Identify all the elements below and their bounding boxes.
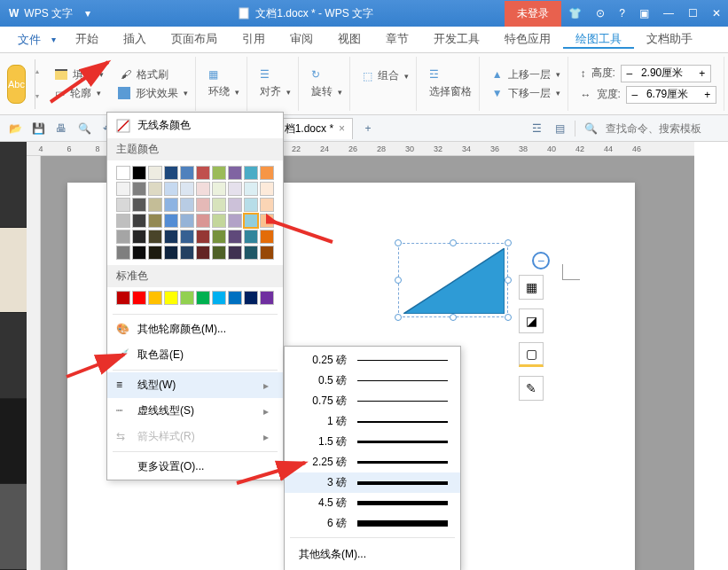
color-swatch[interactable] xyxy=(180,198,194,212)
weight-option[interactable]: 3 磅 xyxy=(285,472,460,493)
width-plus-button[interactable]: + xyxy=(700,87,716,103)
chevron-down-icon[interactable]: ▾ xyxy=(99,70,104,79)
no-line-item[interactable]: 无线条颜色 xyxy=(107,113,283,138)
color-swatch[interactable] xyxy=(212,230,226,244)
search-input[interactable] xyxy=(606,122,721,135)
weight-option[interactable]: 0.25 磅 xyxy=(285,350,460,371)
skin-icon[interactable]: 👕 xyxy=(561,7,589,20)
weight-option[interactable]: 0.75 磅 xyxy=(285,391,460,411)
color-swatch[interactable] xyxy=(148,291,162,305)
new-tab-button[interactable]: + xyxy=(360,121,376,137)
color-swatch[interactable] xyxy=(148,230,162,244)
chevron-down-icon[interactable]: ▾ xyxy=(35,92,39,100)
color-swatch[interactable] xyxy=(196,291,210,305)
width-input[interactable] xyxy=(643,87,700,103)
color-swatch[interactable] xyxy=(132,198,146,212)
color-swatch[interactable] xyxy=(116,198,130,212)
shape-outline-tool-icon[interactable]: ▢ xyxy=(519,342,544,367)
collapse-float-icon[interactable]: − xyxy=(532,252,550,269)
help-icon[interactable]: ? xyxy=(612,7,632,20)
eyedropper-item[interactable]: 💉 取色器(E) xyxy=(107,342,283,368)
file-menu-dropdown-icon[interactable]: ▾ xyxy=(51,35,56,44)
color-swatch[interactable] xyxy=(132,214,146,228)
color-swatch[interactable] xyxy=(116,291,130,305)
color-swatch[interactable] xyxy=(116,166,130,180)
color-swatch[interactable] xyxy=(132,230,146,244)
open-icon[interactable]: 📂 xyxy=(7,121,23,137)
color-swatch[interactable] xyxy=(260,214,274,228)
color-swatch[interactable] xyxy=(260,166,274,180)
close-icon[interactable]: ✕ xyxy=(705,7,728,20)
arrows-item[interactable]: ⇆ 箭头样式(R) ▸ xyxy=(107,424,283,449)
minimize-icon[interactable]: — xyxy=(656,7,681,20)
format-painter-label[interactable]: 格式刷 xyxy=(137,67,168,82)
compact-icon[interactable]: ▣ xyxy=(632,7,656,20)
app-menu-dropdown-icon[interactable]: ▾ xyxy=(78,7,98,20)
shape-effects-tool-icon[interactable]: ✎ xyxy=(519,376,544,401)
weight-option[interactable]: 4.5 磅 xyxy=(285,493,460,513)
color-swatch[interactable] xyxy=(244,198,258,212)
menu-tab-0[interactable]: 开始 xyxy=(63,31,111,49)
color-swatch[interactable] xyxy=(180,230,194,244)
color-swatch[interactable] xyxy=(260,182,274,196)
shape-fx-label[interactable]: 形状效果 xyxy=(136,86,178,101)
color-swatch[interactable] xyxy=(260,198,274,212)
color-swatch[interactable] xyxy=(260,246,274,260)
fill-button[interactable]: 填充▾ 🖌格式刷 xyxy=(55,67,188,82)
color-swatch[interactable] xyxy=(228,166,242,180)
color-swatch[interactable] xyxy=(228,214,242,228)
color-swatch[interactable] xyxy=(196,246,210,260)
color-swatch[interactable] xyxy=(212,246,226,260)
menu-tab-3[interactable]: 引用 xyxy=(230,31,278,49)
color-swatch[interactable] xyxy=(260,230,274,244)
color-swatch[interactable] xyxy=(212,166,226,180)
layout-options-icon[interactable]: ▦ xyxy=(519,275,544,300)
weight-option[interactable]: 6 磅 xyxy=(285,513,460,534)
color-swatch[interactable] xyxy=(116,182,130,196)
height-plus-button[interactable]: + xyxy=(694,66,710,82)
menu-tab-7[interactable]: 开发工具 xyxy=(421,31,492,49)
weight-option[interactable]: 2.25 磅 xyxy=(285,452,460,472)
shape-fill-tool-icon[interactable]: ◪ xyxy=(519,308,544,333)
menu-tab-8[interactable]: 特色应用 xyxy=(492,31,563,49)
color-swatch[interactable] xyxy=(164,291,178,305)
color-swatch[interactable] xyxy=(148,214,162,228)
color-swatch[interactable] xyxy=(164,166,178,180)
wrap-button[interactable]: 环绕▾ xyxy=(208,84,239,99)
select-pane-button[interactable]: 选择窗格 xyxy=(429,84,472,99)
color-swatch[interactable] xyxy=(116,246,130,260)
style-gallery-nav[interactable]: ▴▾ xyxy=(35,59,39,109)
chevron-up-icon[interactable]: ▴ xyxy=(35,67,39,75)
color-swatch[interactable] xyxy=(148,182,162,196)
menu-tab-10[interactable]: 文档助手 xyxy=(634,31,705,49)
color-swatch[interactable] xyxy=(244,246,258,260)
color-swatch[interactable] xyxy=(228,230,242,244)
height-minus-button[interactable]: – xyxy=(622,66,638,82)
color-swatch[interactable] xyxy=(212,291,226,305)
color-swatch[interactable] xyxy=(116,230,130,244)
color-swatch[interactable] xyxy=(164,246,178,260)
color-swatch[interactable] xyxy=(132,166,146,180)
width-spinner[interactable]: – + xyxy=(626,86,716,104)
color-swatch[interactable] xyxy=(132,246,146,260)
color-swatch[interactable] xyxy=(244,291,258,305)
menu-tab-1[interactable]: 插入 xyxy=(111,31,159,49)
more-colors-item[interactable]: 🎨 其他轮廓颜色(M)... xyxy=(107,316,283,342)
panel2-icon[interactable]: ▤ xyxy=(552,121,568,137)
save-icon[interactable]: 💾 xyxy=(30,121,46,137)
color-swatch[interactable] xyxy=(180,182,194,196)
color-swatch[interactable] xyxy=(180,246,194,260)
color-swatch[interactable] xyxy=(132,182,146,196)
weight-item[interactable]: ≡ 线型(W) ▸ xyxy=(107,372,283,398)
color-swatch[interactable] xyxy=(148,198,162,212)
shape-style-preview[interactable]: Abc xyxy=(7,65,26,104)
color-swatch[interactable] xyxy=(116,214,130,228)
color-swatch[interactable] xyxy=(196,198,210,212)
dash-item[interactable]: ┈ 虚线线型(S) ▸ xyxy=(107,398,283,424)
color-swatch[interactable] xyxy=(132,291,146,305)
color-swatch[interactable] xyxy=(196,166,210,180)
color-swatch[interactable] xyxy=(196,182,210,196)
color-swatch[interactable] xyxy=(212,214,226,228)
color-swatch[interactable] xyxy=(244,166,258,180)
color-swatch[interactable] xyxy=(244,230,258,244)
